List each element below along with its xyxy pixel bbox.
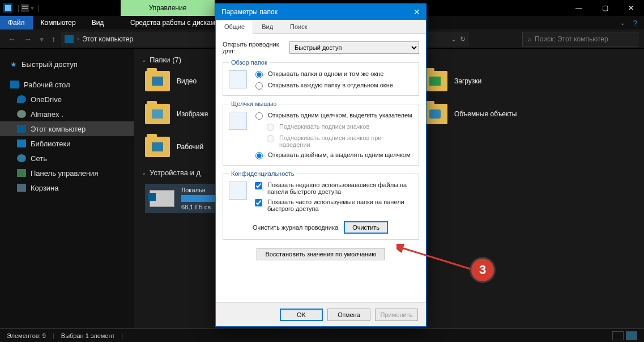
- refresh-icon[interactable]: ↻: [460, 35, 466, 43]
- restore-defaults-button[interactable]: Восстановить значения по умолчанию: [257, 248, 385, 260]
- desktop-icon: [10, 81, 19, 88]
- search-icon: ⌕: [527, 35, 531, 43]
- search-placeholder: Поиск: Этот компьютер: [535, 35, 608, 43]
- checkbox-input[interactable]: [255, 199, 262, 206]
- sidebar-item-libraries[interactable]: Библиотеки: [0, 136, 134, 151]
- sidebar-item-user[interactable]: Almanex .: [0, 107, 134, 121]
- chevron-down-icon: ⌄: [142, 170, 146, 176]
- minimize-button[interactable]: —: [566, 0, 592, 16]
- dialog-titlebar[interactable]: Параметры папок ✕: [216, 4, 426, 20]
- drive-icon: [150, 190, 174, 207]
- open-explorer-select[interactable]: Быстрый доступ: [289, 41, 419, 54]
- nav-up[interactable]: ↑: [49, 35, 58, 44]
- radio-double-click[interactable]: Открывать двойным, а выделять одним щелч…: [253, 151, 413, 159]
- radio-input: [267, 135, 274, 142]
- quick-access-icon[interactable]: [21, 4, 29, 12]
- search-input[interactable]: ⌕ Поиск: Этот компьютер: [522, 32, 638, 47]
- menu-file[interactable]: Файл: [0, 16, 33, 29]
- sidebar-label: Быстрый доступ: [22, 60, 78, 69]
- radio-input: [267, 124, 274, 131]
- sidebar-item-network[interactable]: Сеть: [0, 151, 134, 166]
- sidebar-label: OneDrive: [31, 95, 62, 104]
- sidebar-label: Almanex .: [31, 110, 63, 119]
- sidebar-label: Панель управления: [31, 169, 98, 178]
- nav-forward[interactable]: →: [22, 35, 34, 44]
- check-freq-folders[interactable]: Показать часто используемые папки на пан…: [253, 199, 413, 212]
- control-panel-icon: [17, 169, 26, 177]
- checkbox-input[interactable]: [255, 182, 262, 189]
- help-icon[interactable]: ?: [633, 19, 637, 27]
- dialog-footer: OK Отмена Применить: [216, 302, 426, 326]
- fieldset-browse: Обзор папок Открывать папки в одном и то…: [223, 59, 419, 96]
- sidebar-item-desktop[interactable]: Рабочий стол: [0, 77, 134, 92]
- chevron-right-icon: ›: [77, 36, 79, 42]
- folder-icon: [145, 104, 170, 124]
- open-explorer-label: Открыть проводник для:: [223, 41, 285, 54]
- separator: |: [18, 4, 19, 12]
- opt-label: Подчеркивать подписи значков при наведен…: [279, 134, 413, 148]
- folder-item-3dobjects[interactable]: Объемные объекты: [423, 100, 564, 128]
- status-bar: Элементов: 9 | Выбран 1 элемент |: [0, 328, 644, 342]
- folder-icon: [145, 71, 170, 91]
- tab-search[interactable]: Поиск: [282, 20, 315, 33]
- apply-button[interactable]: Применить: [375, 309, 418, 321]
- folder-label: Видео: [177, 77, 197, 85]
- legend: Конфиденциальность: [229, 170, 297, 177]
- close-button[interactable]: ✕: [618, 0, 644, 16]
- radio-input[interactable]: [255, 71, 263, 78]
- menu-view[interactable]: Вид: [84, 16, 112, 29]
- onedrive-icon: [17, 95, 26, 103]
- menu-computer[interactable]: Компьютер: [33, 16, 84, 29]
- view-tiles-button[interactable]: [626, 331, 637, 340]
- folder-label: Изображе: [177, 110, 208, 118]
- opt-label: Подчеркивать подписи значков: [279, 123, 369, 130]
- menu-drive-tools[interactable]: Средства работы с дисками: [122, 16, 227, 29]
- svg-rect-2: [22, 8, 28, 9]
- libraries-icon: [17, 140, 26, 147]
- sidebar-item-this-pc[interactable]: Этот компьютер: [0, 121, 134, 136]
- opt-label: Открывать каждую папку в отдельном окне: [268, 82, 393, 88]
- status-items: Элементов: 9: [7, 332, 46, 339]
- sidebar-label: Корзина: [31, 184, 59, 192]
- check-recent-files[interactable]: Показать недавно использовавшиеся файлы …: [253, 181, 413, 195]
- radio-same-window[interactable]: Открывать папки в одном и том же окне: [253, 70, 393, 78]
- user-icon: [17, 110, 26, 118]
- sidebar-item-control-panel[interactable]: Панель управления: [0, 166, 134, 180]
- radio-input[interactable]: [255, 152, 263, 159]
- tab-view[interactable]: Вид: [253, 20, 282, 33]
- folder-item-downloads[interactable]: Загрузки: [423, 67, 564, 95]
- app-icon: [3, 3, 12, 12]
- dialog-close-button[interactable]: ✕: [413, 7, 420, 16]
- group-label: Папки (7): [150, 56, 181, 64]
- dialog-tabs: Общие Вид Поиск: [216, 20, 426, 34]
- ribbon-context-tab[interactable]: Управление: [121, 0, 215, 16]
- pc-icon: [65, 35, 74, 43]
- star-icon: ★: [10, 60, 17, 69]
- sidebar-item-onedrive[interactable]: OneDrive: [0, 92, 134, 107]
- separator: |: [37, 4, 39, 12]
- pc-icon: [17, 125, 26, 133]
- radio-new-window[interactable]: Открывать каждую папку в отдельном окне: [253, 82, 393, 90]
- address-text: Этот компьютер: [82, 35, 133, 43]
- status-selected: Выбран 1 элемент: [61, 332, 115, 339]
- radio-input[interactable]: [255, 112, 263, 120]
- ok-button[interactable]: OK: [280, 309, 323, 321]
- sidebar-label: Рабочий стол: [24, 81, 70, 89]
- clear-history-button[interactable]: Очистить: [344, 221, 388, 234]
- group-label: Устройства и д: [150, 168, 201, 177]
- radio-single-click[interactable]: Открывать одним щелчком, выделять указат…: [253, 112, 413, 120]
- nav-back[interactable]: ←: [6, 35, 18, 44]
- tab-general[interactable]: Общие: [216, 20, 253, 34]
- maximize-button[interactable]: ▢: [592, 0, 618, 16]
- sidebar-label: Библиотеки: [31, 140, 70, 148]
- nav-recent-chevron-icon[interactable]: ▾: [37, 35, 46, 44]
- sidebar-item-quick-access[interactable]: ★Быстрый доступ: [0, 57, 134, 71]
- clear-history-label: Очистить журнал проводника: [253, 224, 338, 231]
- radio-input[interactable]: [255, 82, 263, 90]
- sidebar-item-recycle-bin[interactable]: Корзина: [0, 180, 134, 195]
- view-details-button[interactable]: [612, 331, 624, 340]
- address-dropdown-icon[interactable]: ⌄: [451, 35, 457, 43]
- cancel-button[interactable]: Отмена: [327, 309, 370, 321]
- ribbon-expand-icon[interactable]: ⌄: [620, 20, 625, 26]
- sidebar-label: Этот компьютер: [31, 125, 86, 133]
